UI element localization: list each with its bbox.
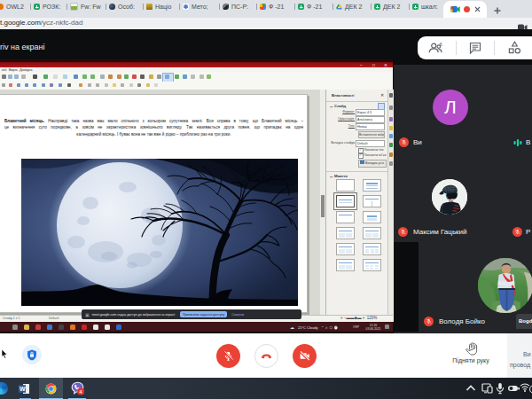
svg-text:W: W [20,386,26,392]
svg-text:6: 6 [440,42,443,47]
svg-text:4: 4 [79,388,82,395]
